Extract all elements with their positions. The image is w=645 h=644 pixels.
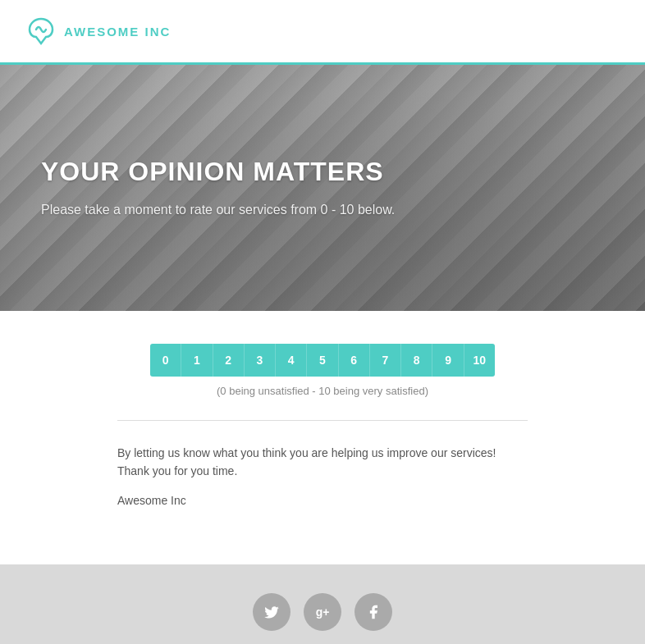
rating-btn-6[interactable]: 6 [339,344,370,377]
company-name: Awesome Inc [117,494,528,507]
divider [117,420,528,421]
logo-icon [25,15,57,48]
hero-subtitle: Please take a moment to rate our service… [41,200,451,220]
google-plus-button[interactable]: g+ [304,593,341,631]
rating-btn-3[interactable]: 3 [245,344,276,377]
message-section: By letting us know what you think you ar… [117,444,528,507]
facebook-button[interactable] [355,593,392,631]
message-text: By letting us know what you think you ar… [117,444,528,481]
footer: g+ Awesome Inc [0,564,645,644]
rating-btn-10[interactable]: 10 [464,344,495,377]
rating-btn-5[interactable]: 5 [307,344,338,377]
rating-bar: 012345678910 [150,344,495,377]
rating-btn-1[interactable]: 1 [181,344,213,377]
twitter-button[interactable] [253,593,290,631]
hero-title: YOUR OPINION MATTERS [41,157,604,187]
rating-btn-9[interactable]: 9 [432,344,464,377]
rating-hint: (0 being unsatisfied - 10 being very sat… [217,385,428,397]
rating-btn-7[interactable]: 7 [370,344,401,377]
header: AWESOME INC [0,0,645,65]
logo-text: AWESOME INC [64,25,171,39]
rating-section: 012345678910 (0 being unsatisfied - 10 b… [0,311,645,532]
rating-btn-0[interactable]: 0 [150,344,181,377]
rating-btn-8[interactable]: 8 [401,344,432,377]
hero-section: YOUR OPINION MATTERS Please take a momen… [0,65,645,311]
rating-btn-2[interactable]: 2 [213,344,245,377]
social-icons: g+ [253,593,392,631]
logo-area: AWESOME INC [25,15,171,48]
rating-btn-4[interactable]: 4 [276,344,307,377]
